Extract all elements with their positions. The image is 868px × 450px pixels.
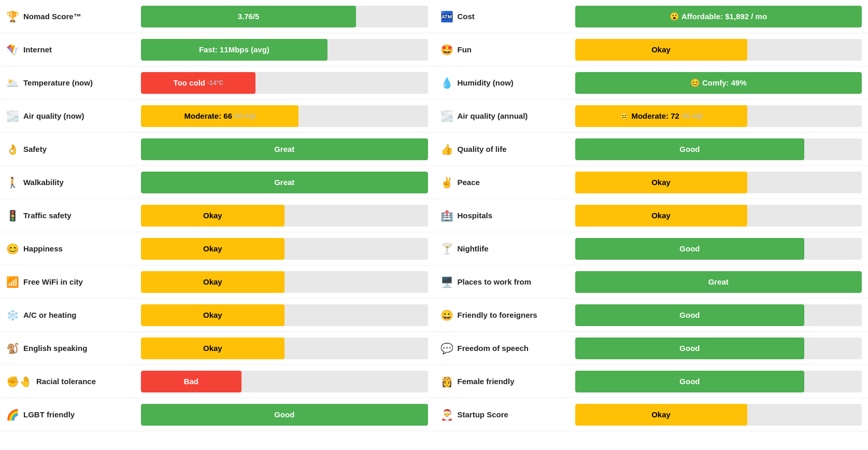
bar-text: Great	[708, 277, 729, 286]
bar-fill: Okay	[575, 39, 747, 61]
bar-area: Good	[575, 338, 862, 359]
row-label: 🐒English speaking	[6, 342, 141, 355]
row-label-text: Happiness	[23, 244, 63, 253]
row-label-text: Humidity (now)	[458, 78, 514, 87]
bar-area: Too cold-14°C	[141, 72, 428, 94]
row-label: 👍Quality of life	[440, 143, 575, 156]
bar-text: Great	[274, 178, 294, 187]
bar-fill: Great	[141, 172, 428, 193]
row-label-text: Quality of life	[458, 145, 507, 153]
bar-text: Okay	[651, 178, 671, 187]
row-icon: 🤩	[440, 44, 453, 56]
bar-area: Okay	[141, 304, 428, 326]
row-icon: ✊🤚	[6, 375, 32, 388]
bar-area: Okay	[141, 271, 428, 293]
bar-text: Good	[679, 377, 700, 386]
table-row: 💬Freedom of speechGood	[434, 332, 869, 365]
table-row: 🌫️Air quality (now)Moderate: 66US AQI	[0, 100, 434, 133]
bar-sub-text: US AQI	[234, 112, 255, 120]
row-label-text: Startup Score	[458, 410, 508, 419]
row-label-text: Hospitals	[458, 211, 493, 220]
row-label-text: LGBT friendly	[23, 410, 75, 419]
bar-container: Great	[141, 138, 428, 160]
bar-container: Moderate: 66US AQI	[141, 105, 428, 127]
bar-container: Okay	[141, 304, 428, 326]
bar-fill: 😐 Moderate: 72US AQI	[575, 105, 747, 127]
table-row: 📶Free WiFi in cityOkay	[0, 265, 434, 299]
row-label: 🏆Nomad Score™	[6, 10, 141, 23]
row-icon: 🌫️	[440, 110, 453, 122]
bar-area: Moderate: 66US AQI	[141, 105, 428, 127]
bar-fill: 😮 Affordable: $1,892 / mo	[575, 6, 862, 27]
bar-area: 3.76/5	[141, 6, 428, 27]
row-label: 💧Humidity (now)	[440, 77, 575, 89]
bar-text: Good	[679, 344, 700, 353]
row-icon: 👸	[440, 375, 453, 388]
bar-container: Okay	[575, 172, 862, 193]
table-row: 👍Quality of lifeGood	[434, 133, 869, 166]
left-half: 🏆Nomad Score™3.76/5🪁InternetFast: 11Mbps…	[0, 0, 434, 431]
table-row: 😊HappinessOkay	[0, 232, 434, 265]
row-label-text: Racial tolerance	[36, 377, 96, 386]
bar-area: Great	[575, 271, 862, 293]
table-row: 😀Friendly to foreignersGood	[434, 299, 869, 332]
bar-container: Okay	[575, 39, 862, 61]
bar-fill: Good	[575, 138, 805, 160]
bar-container: Bad	[141, 371, 428, 392]
bar-area: Good	[141, 404, 428, 426]
bar-text: Okay	[203, 211, 222, 220]
row-icon: 🏧	[440, 10, 453, 23]
table-row: 🤩FunOkay	[434, 33, 869, 66]
bar-container: Okay	[141, 205, 428, 227]
table-row: 🏥HospitalsOkay	[434, 199, 869, 232]
row-icon: 🍸	[440, 243, 453, 255]
row-label: 🚦Traffic safety	[6, 209, 141, 222]
bar-area: 😮 Affordable: $1,892 / mo	[575, 6, 862, 27]
row-label: ❄️A/C or heating	[6, 309, 141, 321]
row-label-text: Freedom of speech	[458, 344, 529, 353]
row-icon: 🖥️	[440, 276, 453, 288]
table-row: 🏧Cost😮 Affordable: $1,892 / mo	[434, 0, 869, 33]
bar-fill: Okay	[575, 172, 747, 193]
bar-text: Good	[679, 145, 700, 153]
table-row: 🌫️Air quality (annual)😐 Moderate: 72US A…	[434, 100, 869, 133]
bar-text: Okay	[203, 311, 222, 319]
row-label: 🏧Cost	[440, 10, 575, 23]
table-row: 👌SafetyGreat	[0, 133, 434, 166]
bar-fill: Moderate: 66US AQI	[141, 105, 298, 127]
row-icon: 🪁	[6, 44, 19, 56]
bar-text: 😮 Affordable: $1,892 / mo	[670, 12, 767, 21]
bar-fill: Bad	[141, 371, 241, 392]
bar-area: Okay	[575, 205, 862, 227]
bar-container: Fast: 11Mbps (avg)	[141, 39, 428, 61]
bar-fill: Fast: 11Mbps (avg)	[141, 39, 328, 61]
row-label-text: Safety	[23, 145, 47, 153]
bar-area: Fast: 11Mbps (avg)	[141, 39, 428, 61]
bar-area: Okay	[575, 39, 862, 61]
bar-text: Moderate: 66	[184, 111, 232, 120]
row-icon: 😀	[440, 309, 453, 321]
row-label: 🌥️Temperature (now)	[6, 77, 141, 89]
table-row: 🌥️Temperature (now)Too cold-14°C	[0, 66, 434, 100]
bar-fill: Okay	[141, 238, 284, 260]
bar-text: Okay	[203, 277, 222, 286]
row-label-text: Air quality (annual)	[458, 111, 528, 120]
row-label: 🤩Fun	[440, 44, 575, 56]
row-icon: 💧	[440, 77, 453, 89]
bar-text: Good	[679, 311, 700, 319]
table-row: 🍸NightlifeGood	[434, 232, 869, 265]
row-icon: ❄️	[6, 309, 19, 321]
row-label-text: Temperature (now)	[23, 78, 93, 87]
bar-fill: Too cold-14°C	[141, 72, 255, 94]
table-row: 🚦Traffic safetyOkay	[0, 199, 434, 232]
bar-container: Good	[575, 138, 862, 160]
row-label: 📶Free WiFi in city	[6, 276, 141, 288]
bar-text: Too cold	[174, 78, 205, 87]
row-icon: 👌	[6, 143, 19, 156]
table-row: ❄️A/C or heatingOkay	[0, 299, 434, 332]
row-label-text: Nightlife	[458, 244, 489, 253]
bar-area: Bad	[141, 371, 428, 392]
bar-container: Okay	[141, 238, 428, 260]
bar-area: Good	[575, 138, 862, 160]
table-row: 👸Female friendlyGood	[434, 365, 869, 398]
